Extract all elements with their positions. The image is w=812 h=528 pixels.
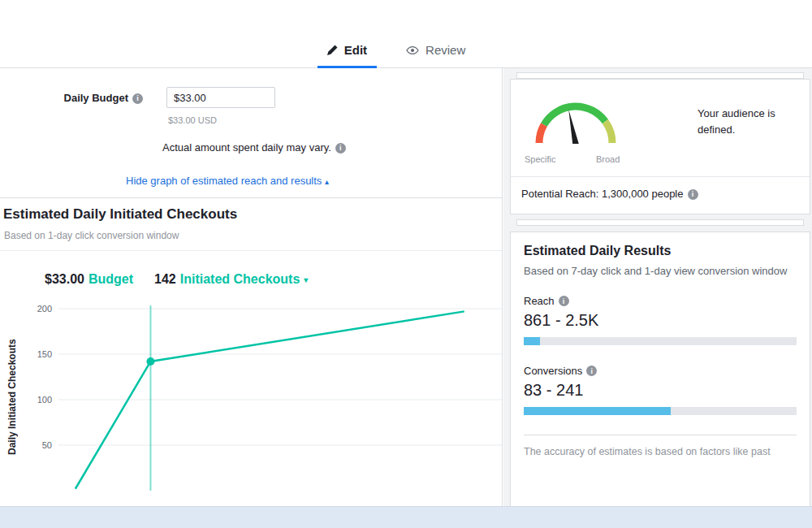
audience-gauge [522,94,629,148]
tab-edit[interactable]: Edit [326,32,369,68]
main-content-column: Daily Budgeti $33.00 USD Actual amount s… [0,68,503,528]
y-tick-label: 50 [42,440,52,450]
daily-budget-input[interactable] [166,87,275,108]
reach-progress-fill [524,337,540,345]
chart-marker-point[interactable] [146,357,154,366]
conversions-value: 83 - 241 [524,381,797,400]
conversions-label-text: Conversions [524,365,582,377]
budget-converted-amount: $33.00 USD [168,115,217,125]
hide-graph-link-text: Hide graph of estimated reach and result… [126,175,322,187]
caret-up-icon: ▴ [325,177,329,186]
chart-legend: $33.00 Budget 142 Initiated Checkouts ▾ [45,272,308,287]
gauge-segment-defined [544,106,605,124]
legend-metric-value: 142 [154,272,176,287]
estimated-daily-results-card: Estimated Daily Results Based on 7-day c… [510,232,810,528]
conversions-progress-fill [524,407,671,415]
gauge-needle [568,110,579,144]
potential-reach-text: Potential Reach: 1,300,000 people [521,188,684,200]
reach-label-text: Reach [524,295,555,307]
initiated-checkouts-dropdown[interactable]: 142 Initiated Checkouts ▾ [154,272,308,287]
footer-bar [0,506,812,528]
checkouts-line-series [76,311,464,488]
conversions-info-icon[interactable]: i [586,366,597,376]
tab-review[interactable]: Review [404,32,467,68]
card-divider [524,435,797,435]
budget-variance-note: Actual amount spent daily may vary.i [162,141,346,154]
card-divider [511,176,810,177]
ads-manager-page: Edit Review Daily Budgeti $33.00 USD Act… [0,0,812,528]
y-axis-label: Daily Initiated Checkouts [6,304,18,491]
results-card-subtitle: Based on 7-day click and 1-day view conv… [524,264,792,279]
legend-metric-label: Initiated Checkouts [180,272,300,287]
gauge-broad-label: Broad [596,154,620,164]
results-card-title: Estimated Daily Results [524,244,797,258]
budget-variance-note-text: Actual amount spent daily may vary. [162,141,331,154]
pencil-icon [327,45,338,55]
budget-panel: Daily Budgeti $33.00 USD Actual amount s… [0,68,502,198]
tab-review-label: Review [425,43,465,57]
audience-definition-card: Specific Broad Your audience is defined.… [510,79,810,214]
audience-defined-message: Your audience is defined. [698,106,798,137]
potential-reach: Potential Reach: 1,300,000 peoplei [521,188,698,200]
daily-budget-label-text: Daily Budget [64,92,128,104]
stacked-card-edge [516,72,804,79]
gauge-segment-broad [605,122,612,143]
conversions-progress-bar [524,407,797,415]
y-tick-label: 100 [37,395,52,405]
legend-budget-label: Budget [89,272,133,287]
daily-budget-label: Daily Budgeti [0,92,143,104]
estimated-results-line-chart: 20015010050 [24,299,502,496]
legend-budget-value: $33.00 [45,272,84,287]
chart-section-subtitle: Based on 1-day click conversion window [4,230,179,241]
chart-section-title: Estimated Daily Initiated Checkouts [3,206,237,223]
stacked-card-edge [516,219,804,226]
top-tab-bar: Edit Review [0,0,812,68]
reach-label: Reachi [524,295,797,307]
estimates-disclaimer: The accuracy of estimates is based on fa… [524,446,797,457]
chart-section-header: Estimated Daily Initiated Checkouts Base… [0,197,502,251]
caret-down-icon: ▾ [304,275,308,284]
reach-progress-bar [524,337,797,345]
eye-icon [406,44,419,57]
estimated-results-chart-block: $33.00 Budget 142 Initiated Checkouts ▾ … [0,250,502,528]
tab-edit-label: Edit [344,43,367,57]
conversions-label: Conversionsi [524,365,797,377]
hide-graph-link[interactable]: Hide graph of estimated reach and result… [126,175,329,187]
legend-budget: $33.00 Budget [45,272,133,287]
gauge-segment-specific [539,125,544,144]
gauge-specific-label: Specific [525,154,556,164]
reach-info-icon[interactable]: i [559,296,569,306]
y-tick-label: 200 [37,304,52,314]
tab-group: Edit Review [0,32,802,68]
right-sidebar: Specific Broad Your audience is defined.… [503,68,812,528]
reach-value: 861 - 2.5K [524,311,797,330]
daily-budget-info-icon[interactable]: i [132,93,143,104]
y-tick-label: 150 [37,349,52,359]
potential-reach-info-icon[interactable]: i [688,189,698,200]
budget-note-info-icon[interactable]: i [335,143,346,154]
